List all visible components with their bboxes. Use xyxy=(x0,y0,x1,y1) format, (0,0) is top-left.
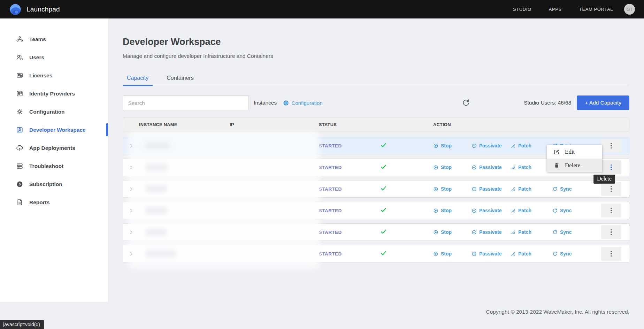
reports-icon xyxy=(16,199,23,206)
sidebar-item-reports[interactable]: Reports xyxy=(0,196,108,209)
refresh-icon[interactable] xyxy=(462,99,470,107)
row-context-menu: EditDelete xyxy=(547,145,602,172)
row-expander-chevron-icon[interactable] xyxy=(123,208,139,213)
action-passivate[interactable]: Passivate xyxy=(472,229,511,235)
action-sync[interactable]: Sync xyxy=(552,186,593,192)
sync-icon xyxy=(552,186,558,192)
action-passivate[interactable]: Passivate xyxy=(472,186,511,192)
instance-name-cell: .. xyxy=(139,207,230,214)
status-check-icon xyxy=(380,207,433,215)
kebab-dot xyxy=(611,253,612,254)
sidebar-item-teams[interactable]: Teams xyxy=(0,32,108,46)
table-row[interactable]: ..STARTEDStopPassivatePatchSync xyxy=(123,202,629,219)
action-sync[interactable]: Sync xyxy=(552,208,593,213)
action-sync[interactable]: Sync xyxy=(552,251,593,257)
row-menu-cell xyxy=(593,247,629,261)
row-expander-chevron-icon[interactable] xyxy=(123,143,139,148)
avatar[interactable]: GT xyxy=(624,4,635,15)
sidebar-item-subscription[interactable]: $Subscription xyxy=(0,177,108,191)
action-label: Passivate xyxy=(479,229,502,235)
table-row[interactable]: ..STARTEDStopPassivatePatchSync xyxy=(123,180,629,198)
action-patch[interactable]: Patch xyxy=(511,164,552,170)
sidebar-item-app-deployments[interactable]: App Deployments xyxy=(0,141,108,155)
kebab-menu-button[interactable] xyxy=(601,182,621,196)
action-stop[interactable]: Stop xyxy=(433,164,472,170)
brand-title: Launchpad xyxy=(26,6,60,13)
context-menu-item-edit[interactable]: Edit xyxy=(547,145,602,159)
sync-icon xyxy=(552,251,558,257)
nav-apps[interactable]: APPS xyxy=(549,7,562,12)
patch-icon xyxy=(511,186,516,192)
kebab-menu-button[interactable] xyxy=(601,160,621,174)
footer-copyright: Copyright © 2013-2022 WaveMaker, Inc. Al… xyxy=(486,309,629,315)
row-expander-chevron-icon[interactable] xyxy=(123,251,139,257)
action-label: Stop xyxy=(441,186,452,192)
sidebar-item-developer-workspace[interactable]: Developer Workspace xyxy=(0,123,108,137)
action-patch[interactable]: Patch xyxy=(511,186,552,192)
kebab-dot xyxy=(611,210,612,211)
kebab-menu-button[interactable] xyxy=(601,204,621,217)
action-passivate[interactable]: Passivate xyxy=(472,208,511,213)
action-stop[interactable]: Stop xyxy=(433,143,472,148)
sidebar-item-licenses[interactable]: Licenses xyxy=(0,69,108,82)
action-stop[interactable]: Stop xyxy=(433,186,472,192)
action-label: Patch xyxy=(518,229,531,235)
row-expander-chevron-icon[interactable] xyxy=(123,230,139,235)
stop-icon xyxy=(433,143,438,148)
row-expander-chevron-icon[interactable] xyxy=(123,165,139,170)
passivate-icon xyxy=(472,251,477,257)
redacted-prefix: .. xyxy=(139,143,142,148)
sidebar-item-configuration[interactable]: Configuration xyxy=(0,105,108,118)
sidebar-item-label: Licenses xyxy=(29,72,52,79)
action-label: Passivate xyxy=(479,186,502,192)
configuration-link[interactable]: Configuration xyxy=(283,100,322,106)
configuration-icon xyxy=(16,108,23,115)
status-check-icon xyxy=(380,142,433,150)
action-label: Stop xyxy=(441,251,452,257)
passivate-icon xyxy=(472,230,477,235)
row-expander-chevron-icon[interactable] xyxy=(123,186,139,192)
status-badge: STARTED xyxy=(319,230,380,235)
sidebar-item-users[interactable]: Users xyxy=(0,51,108,64)
sidebar-item-identity-providers[interactable]: Identity Providers xyxy=(0,87,108,100)
kebab-menu-button[interactable] xyxy=(601,225,621,239)
brand[interactable]: Launchpad xyxy=(9,3,60,16)
row-menu-cell xyxy=(593,182,629,196)
action-label: Passivate xyxy=(479,208,502,213)
table-row[interactable]: ..STARTEDStopPassivatePatchSync xyxy=(123,223,629,241)
search-input[interactable] xyxy=(123,95,249,110)
kebab-menu-button[interactable] xyxy=(601,247,621,261)
action-stop[interactable]: Stop xyxy=(433,229,472,235)
kebab-menu-button[interactable] xyxy=(601,139,621,153)
action-stop[interactable]: Stop xyxy=(433,251,472,257)
redacted-prefix: .. xyxy=(139,208,142,213)
redacted-instance-name xyxy=(145,164,168,171)
action-stop[interactable]: Stop xyxy=(433,208,472,213)
tab-containers[interactable]: Containers xyxy=(162,71,198,86)
context-menu-item-delete[interactable]: Delete xyxy=(547,159,602,172)
action-patch[interactable]: Patch xyxy=(511,229,552,235)
action-patch[interactable]: Patch xyxy=(511,208,552,213)
sidebar-item-label: Developer Workspace xyxy=(29,127,86,133)
troubleshoot-icon xyxy=(16,162,23,170)
action-label: Sync xyxy=(560,208,572,213)
action-sync[interactable]: Sync xyxy=(552,229,593,235)
table-header-row: INSTANCE NAMEIPSTATUSACTION xyxy=(123,117,629,131)
sidebar-item-label: Users xyxy=(29,54,44,61)
instance-name-cell: .. xyxy=(139,164,230,171)
action-label: Patch xyxy=(518,143,531,148)
action-passivate[interactable]: Passivate xyxy=(472,251,511,257)
action-passivate[interactable]: Passivate xyxy=(472,164,511,170)
nav-studio[interactable]: STUDIO xyxy=(513,7,531,12)
tab-capacity[interactable]: Capacity xyxy=(123,71,153,86)
action-passivate[interactable]: Passivate xyxy=(472,143,511,148)
table-row[interactable]: ..STARTEDStopPassivatePatchSync xyxy=(123,245,629,262)
add-capacity-button[interactable]: + Add Capacity xyxy=(577,95,629,110)
kebab-dot xyxy=(611,234,612,235)
nav-team-portal[interactable]: TEAM PORTAL xyxy=(579,7,613,12)
action-patch[interactable]: Patch xyxy=(511,143,552,148)
action-patch[interactable]: Patch xyxy=(511,251,552,257)
status-badge: STARTED xyxy=(319,208,380,213)
column-header-action: ACTION xyxy=(433,122,472,127)
sidebar-item-troubleshoot[interactable]: Troubleshoot xyxy=(0,159,108,173)
